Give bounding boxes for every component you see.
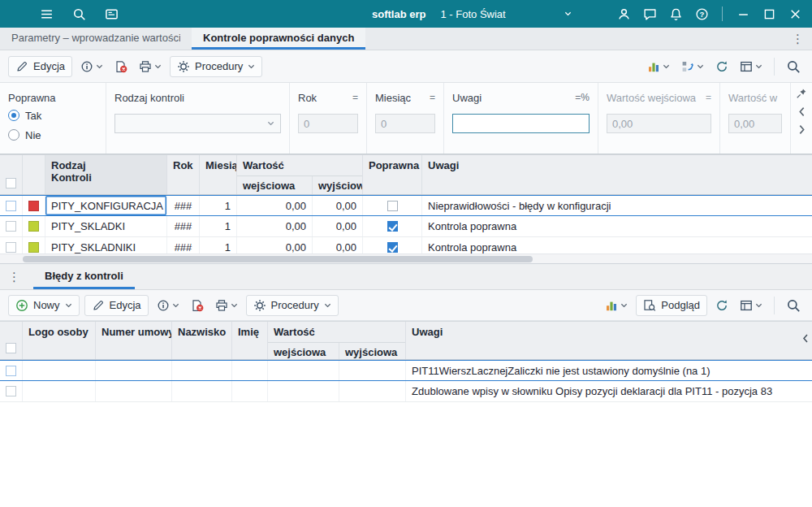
miesiac-operator[interactable]: = xyxy=(430,92,435,103)
menu-icon[interactable] xyxy=(36,3,57,24)
layout-button[interactable] xyxy=(736,57,766,76)
notifications-icon[interactable] xyxy=(665,3,686,24)
cell-wartosc-wy[interactable]: 0,00 xyxy=(313,237,363,254)
edit-button[interactable]: Edycja xyxy=(8,56,72,77)
cell-wartosc-we[interactable] xyxy=(268,361,339,380)
cell-rodzaj[interactable]: PITY_SKLADNIKI xyxy=(45,237,167,254)
table-row[interactable]: PITY_SKLADNIKI ### 1 0,00 0,00 Kontrola … xyxy=(0,237,812,254)
cell-miesiac[interactable]: 1 xyxy=(200,216,237,236)
cell-rodzaj[interactable]: PITY_SKLADKI xyxy=(45,216,167,236)
cell-logo[interactable] xyxy=(23,361,96,380)
cell-uwagi[interactable]: Nieprawidłowości - błędy w konfiguracji xyxy=(422,196,812,215)
col-header-uwagi[interactable]: Uwagi xyxy=(406,322,812,359)
minimize-button[interactable] xyxy=(732,3,754,24)
rok-operator[interactable]: = xyxy=(352,92,358,103)
row-select-checkbox[interactable] xyxy=(6,366,16,376)
filter-scroll-right-icon[interactable] xyxy=(798,124,806,135)
col-header-rodzaj-kontroli[interactable]: Rodzaj Kontroli xyxy=(45,155,167,194)
col-header-wyjsciowa[interactable]: wyjściowa xyxy=(339,343,405,359)
chat-icon[interactable] xyxy=(639,3,660,24)
horizontal-scrollbar-thumb[interactable] xyxy=(23,256,533,262)
cell-wartosc-wy[interactable] xyxy=(339,361,406,380)
cell-wartosc-we[interactable]: 0,00 xyxy=(237,216,313,236)
cell-uwagi[interactable]: PIT11WierszLacznejZaliczki nie jest usta… xyxy=(406,361,812,380)
radio-tak[interactable] xyxy=(8,110,19,121)
info-button[interactable] xyxy=(77,57,106,76)
cell-rok[interactable]: ### xyxy=(167,196,200,215)
cell-rok[interactable]: ### xyxy=(167,237,200,254)
print-button[interactable] xyxy=(212,296,241,315)
wartosc-we-input[interactable] xyxy=(607,114,711,133)
cell-nazwisko[interactable] xyxy=(172,361,232,380)
tab-bledy-z-kontroli[interactable]: Błędy z kontroli xyxy=(33,264,135,289)
delete-button[interactable] xyxy=(188,296,207,315)
refresh-button[interactable] xyxy=(712,57,732,76)
panel-collapse-icon[interactable] xyxy=(802,333,809,344)
cell-wartosc-we[interactable]: 0,00 xyxy=(237,196,313,215)
col-header-miesiac[interactable]: Miesiąc xyxy=(200,155,237,194)
views-button[interactable] xyxy=(678,57,707,76)
col-header-imie[interactable]: Imię xyxy=(232,322,268,359)
select-all-checkbox[interactable] xyxy=(6,178,16,188)
cell-wartosc-we[interactable] xyxy=(268,381,339,401)
filter-scroll-left-icon[interactable] xyxy=(798,106,806,117)
table-row[interactable]: PITY_SKLADKI ### 1 0,00 0,00 Kontrola po… xyxy=(0,216,812,237)
preview-button[interactable]: Podgląd xyxy=(636,295,707,316)
tab-parametry[interactable]: Parametry – wprowadzanie wartości xyxy=(0,28,192,50)
poprawna-checkbox[interactable] xyxy=(387,221,398,232)
cell-miesiac[interactable]: 1 xyxy=(200,237,237,254)
refresh-button[interactable] xyxy=(712,296,732,315)
poprawna-checkbox[interactable] xyxy=(387,242,398,253)
modules-icon[interactable] xyxy=(101,3,122,24)
miesiac-input[interactable] xyxy=(375,114,435,133)
cell-rodzaj[interactable]: PITY_KONFIGURACJA xyxy=(45,196,167,215)
cell-miesiac[interactable]: 1 xyxy=(200,196,237,215)
wartosc-we-operator[interactable]: = xyxy=(706,92,711,103)
table-row[interactable]: Zdublowane wpisy w słowniku Opisy pozycj… xyxy=(0,381,812,402)
col-header-logo-osoby[interactable]: Logo osoby xyxy=(23,322,96,359)
procedures-button[interactable]: Procedury xyxy=(246,295,339,316)
col-header-rok[interactable]: Rok xyxy=(167,155,200,194)
procedures-button[interactable]: Procedury xyxy=(170,56,262,77)
col-header-uwagi[interactable]: Uwagi xyxy=(422,155,812,194)
radio-nie[interactable] xyxy=(8,129,19,141)
layout-button[interactable] xyxy=(736,296,766,315)
col-header-status[interactable] xyxy=(23,155,45,194)
row-select-checkbox[interactable] xyxy=(6,221,16,232)
uwagi-input[interactable] xyxy=(452,114,590,133)
table-row[interactable]: PIT11WierszLacznejZaliczki nie jest usta… xyxy=(0,360,812,381)
row-select-checkbox[interactable] xyxy=(6,242,16,253)
radio-option-nie[interactable]: Nie xyxy=(8,125,97,145)
cell-wartosc-wy[interactable]: 0,00 xyxy=(313,196,363,215)
chart-button[interactable] xyxy=(644,57,673,76)
horizontal-scrollbar[interactable] xyxy=(0,254,812,263)
col-header-poprawna[interactable]: Poprawna xyxy=(363,155,422,194)
cell-uwagi[interactable]: Kontrola poprawna xyxy=(422,237,812,254)
rodzaj-kontroli-select[interactable] xyxy=(114,114,281,133)
global-search-icon[interactable] xyxy=(68,3,89,24)
cell-imie[interactable] xyxy=(232,381,268,401)
pin-icon[interactable] xyxy=(796,88,807,99)
col-header-wartosc[interactable]: Wartość wejściowa wyjściowa xyxy=(268,322,406,359)
cell-wartosc-wy[interactable]: 0,00 xyxy=(313,216,363,236)
col-header-wyjsciowa[interactable]: wyjściowa xyxy=(313,176,362,194)
tab-kontrole-poprawnosci[interactable]: Kontrole poprawności danych xyxy=(192,28,365,50)
col-header-wejsciowa[interactable]: wejściowa xyxy=(237,176,313,194)
select-all-checkbox[interactable] xyxy=(6,343,16,353)
table-row[interactable]: PITY_KONFIGURACJA ### 1 0,00 0,00 Niepra… xyxy=(0,195,812,216)
col-header-wartosc[interactable]: Wartość wejściowa wyjściowa xyxy=(237,155,363,194)
col-header-numer-umowy[interactable]: Numer umowy xyxy=(96,322,172,359)
cell-numer[interactable] xyxy=(96,381,172,401)
delete-button[interactable] xyxy=(111,57,131,76)
user-icon[interactable] xyxy=(613,3,634,24)
cell-logo[interactable] xyxy=(23,381,96,401)
wartosc-wy-input[interactable] xyxy=(728,114,782,133)
close-button[interactable] xyxy=(784,3,806,24)
maximize-button[interactable] xyxy=(758,3,780,24)
edit-button[interactable]: Edycja xyxy=(84,295,149,316)
row-select-checkbox[interactable] xyxy=(6,201,16,211)
cell-wartosc-we[interactable]: 0,00 xyxy=(237,237,313,254)
panel-menu-icon[interactable]: ⋮ xyxy=(0,264,28,289)
col-header-wejsciowa[interactable]: wejściowa xyxy=(268,343,339,359)
search-button[interactable] xyxy=(783,295,804,316)
